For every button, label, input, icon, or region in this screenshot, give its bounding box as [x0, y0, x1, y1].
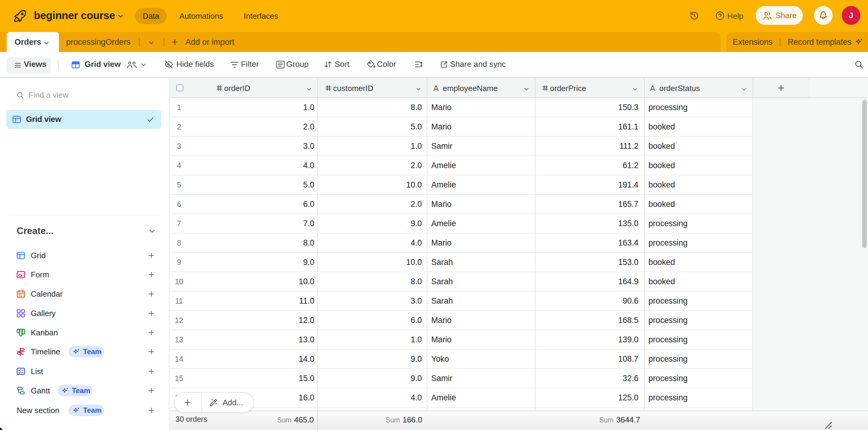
svg-text:31: 31 [19, 293, 22, 297]
